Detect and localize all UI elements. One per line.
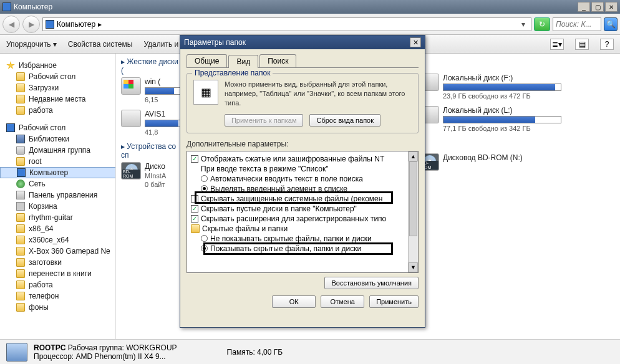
dialog-tabs: Общие Вид Поиск xyxy=(186,53,419,68)
address-bar[interactable]: Компьютер ▸ ▾ xyxy=(42,17,531,31)
tab-search[interactable]: Поиск xyxy=(259,54,296,67)
sidebar-item[interactable]: Панель управления xyxy=(0,189,115,201)
tree-icon xyxy=(16,269,25,278)
sidebar-item[interactable]: Домашняя группа xyxy=(0,145,115,156)
desktop-group[interactable]: Рабочий стол xyxy=(0,122,115,133)
sidebar-item[interactable]: X-Box 360 Gamepad Ne xyxy=(0,246,115,257)
radio-icon[interactable] xyxy=(201,235,208,242)
sidebar-item[interactable]: телефон xyxy=(0,290,115,302)
restore-defaults-button[interactable]: Восстановить умолчания xyxy=(324,277,419,289)
tab-general[interactable]: Общие xyxy=(186,54,227,67)
setting-row[interactable]: ✓Скрывать пустые диски в папке "Компьюте… xyxy=(188,204,417,214)
apply-button[interactable]: Применить xyxy=(369,295,419,308)
optical-drive-left[interactable]: Диско MInstA 0 байт xyxy=(121,162,180,188)
computer-icon xyxy=(6,343,27,362)
refresh-button[interactable]: ↻ xyxy=(534,17,550,31)
setting-row[interactable]: Автоматически вводить текст в поле поиск… xyxy=(188,174,417,184)
status-workgroup: Рабочая группа: WORKGROUP xyxy=(68,343,177,352)
folder-icon xyxy=(16,106,25,115)
sidebar-item[interactable]: работа xyxy=(0,105,115,116)
scroll-up-icon[interactable]: ▲ xyxy=(409,151,418,161)
ok-button[interactable]: ОК xyxy=(272,295,316,308)
drive-item[interactable]: Локальный диск (L:) 77,1 ГБ свободно из … xyxy=(419,106,615,132)
sidebar-item[interactable]: Загрузки xyxy=(0,82,115,93)
help-button[interactable]: ? xyxy=(600,39,614,50)
sidebar-item[interactable]: x360ce_x64 xyxy=(0,234,115,246)
checkbox-icon[interactable]: ✓ xyxy=(191,155,198,163)
preview-pane-button[interactable]: ▤ xyxy=(575,39,589,50)
setting-row[interactable]: Не показывать скрытые файлы, папки и дис… xyxy=(188,234,417,244)
status-pc: ROOTPC xyxy=(34,343,65,352)
sidebar-item[interactable]: rhythm-guitar xyxy=(0,212,115,223)
nav-tree[interactable]: Избранное Рабочий столЗагрузкиНедавние м… xyxy=(0,54,116,339)
sidebar-item[interactable]: Рабочий стол xyxy=(0,71,115,82)
reset-folders-button[interactable]: Сброс вида папок xyxy=(309,114,380,127)
setting-row[interactable]: Показывать скрытые файлы, папки и диски xyxy=(188,244,417,254)
sidebar-item[interactable]: x86_64 xyxy=(0,223,115,234)
view-mode-button[interactable]: ≣ ▾ xyxy=(550,39,564,50)
scroll-down-icon[interactable]: ▼ xyxy=(409,262,418,272)
sidebar-item[interactable]: перенести в книги xyxy=(0,268,115,279)
optical-drive-right[interactable]: Дисковод BD-ROM (N:) xyxy=(419,153,615,171)
apply-to-folders-button[interactable]: Применить к папкам xyxy=(225,114,304,127)
star-icon xyxy=(6,61,15,70)
sidebar-item[interactable]: Компьютер xyxy=(0,167,115,178)
dialog-close-button[interactable]: ✕ xyxy=(410,37,421,47)
search-button[interactable]: 🔍 xyxy=(604,17,618,31)
device-sub: MInstA xyxy=(145,172,166,180)
tree-label: фоны xyxy=(29,303,49,312)
tree-label: rhythm-guitar xyxy=(29,213,73,222)
drive-item[interactable]: Локальный диск (F:) 23,9 ГБ свободно из … xyxy=(419,74,615,100)
checkbox-icon[interactable]: ✓ xyxy=(191,205,198,213)
checkbox-icon[interactable] xyxy=(191,195,198,203)
scroll-thumb[interactable] xyxy=(409,161,417,236)
maximize-button[interactable]: ▢ xyxy=(591,2,604,12)
sidebar-item[interactable]: Корзина xyxy=(0,201,115,212)
sidebar-item[interactable]: фоны xyxy=(0,302,115,313)
setting-row[interactable]: При вводе текста в режиме "Список" xyxy=(188,164,417,174)
search-input[interactable]: Поиск: К... xyxy=(553,17,601,31)
drive-item[interactable]: AVIS1 41,8 xyxy=(121,110,180,136)
tab-view[interactable]: Вид xyxy=(228,55,258,68)
sidebar-item[interactable]: работа xyxy=(0,279,115,290)
sidebar-item[interactable]: заготовки xyxy=(0,257,115,268)
organize-menu[interactable]: Упорядочить ▾ xyxy=(6,40,57,49)
setting-row[interactable]: Выделять введенный элемент в списке xyxy=(188,184,417,194)
device-sub2: 0 байт xyxy=(145,181,166,188)
tree-label: Недавние места xyxy=(29,95,85,103)
minimize-button[interactable]: _ xyxy=(578,2,590,12)
forward-button[interactable]: ▶ xyxy=(22,16,40,33)
folder-icon xyxy=(16,72,25,81)
address-drop-icon[interactable]: ▾ xyxy=(518,20,528,29)
system-properties[interactable]: Свойства системы xyxy=(68,40,133,49)
drive-item[interactable]: win ( 6,15 xyxy=(121,77,180,103)
radio-icon[interactable] xyxy=(201,185,208,192)
device-title: Диско xyxy=(145,162,166,171)
tree-label: x86_64 xyxy=(29,224,53,233)
sidebar-item[interactable]: Библиотеки xyxy=(0,133,115,145)
sidebar-item[interactable]: root xyxy=(0,156,115,167)
checkbox-icon[interactable]: ✓ xyxy=(191,215,198,223)
close-button[interactable]: ✕ xyxy=(605,2,618,12)
dialog-title: Параметры папок xyxy=(184,38,246,47)
desktop-icon xyxy=(6,123,15,132)
radio-icon[interactable] xyxy=(201,175,208,182)
sidebar-item[interactable]: Сеть xyxy=(0,178,115,189)
radio-icon[interactable] xyxy=(201,245,208,252)
search-placeholder: Поиск: К... xyxy=(556,20,591,29)
setting-row[interactable]: Скрытые файлы и папки xyxy=(188,224,417,234)
uninstall-programs[interactable]: Удалить и xyxy=(143,40,178,49)
tree-label: Панель управления xyxy=(29,191,97,199)
drive-bar xyxy=(145,120,182,127)
favorites-group[interactable]: Избранное xyxy=(0,60,115,71)
titlebar: Компьютер _ ▢ ✕ xyxy=(0,0,620,14)
sidebar-item[interactable]: Недавние места xyxy=(0,93,115,105)
tree-icon xyxy=(16,280,25,289)
setting-row[interactable]: Скрывать защищенные системные файлы (рек… xyxy=(188,194,417,204)
cancel-button[interactable]: Отмена xyxy=(321,295,364,308)
back-button[interactable]: ◀ xyxy=(2,16,20,33)
list-scrollbar[interactable]: ▲ ▼ xyxy=(408,151,418,272)
setting-row[interactable]: ✓Отображать сжатые или зашифрованные фай… xyxy=(188,154,417,164)
advanced-settings-list[interactable]: ✓Отображать сжатые или зашифрованные фай… xyxy=(186,151,419,273)
setting-row[interactable]: ✓Скрывать расширения для зарегистрирован… xyxy=(188,214,417,224)
